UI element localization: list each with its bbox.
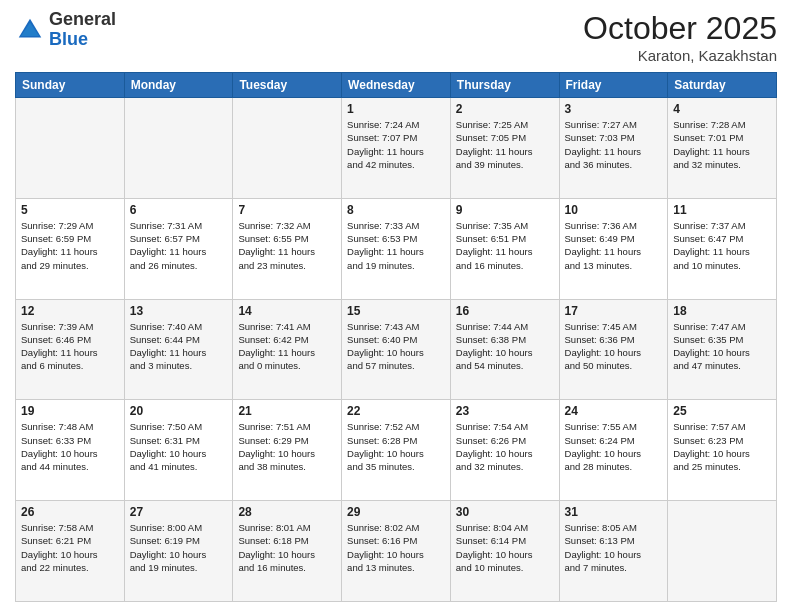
calendar-week-row: 19Sunrise: 7:48 AM Sunset: 6:33 PM Dayli… [16,400,777,501]
day-number: 19 [21,404,119,418]
calendar-week-row: 5Sunrise: 7:29 AM Sunset: 6:59 PM Daylig… [16,198,777,299]
calendar-cell: 25Sunrise: 7:57 AM Sunset: 6:23 PM Dayli… [668,400,777,501]
calendar-week-row: 26Sunrise: 7:58 AM Sunset: 6:21 PM Dayli… [16,501,777,602]
day-info: Sunrise: 7:32 AM Sunset: 6:55 PM Dayligh… [238,219,336,272]
day-info: Sunrise: 7:37 AM Sunset: 6:47 PM Dayligh… [673,219,771,272]
calendar-cell: 29Sunrise: 8:02 AM Sunset: 6:16 PM Dayli… [342,501,451,602]
logo-text: General Blue [49,10,116,50]
day-number: 25 [673,404,771,418]
calendar-week-row: 12Sunrise: 7:39 AM Sunset: 6:46 PM Dayli… [16,299,777,400]
day-number: 1 [347,102,445,116]
calendar-cell: 30Sunrise: 8:04 AM Sunset: 6:14 PM Dayli… [450,501,559,602]
day-info: Sunrise: 7:31 AM Sunset: 6:57 PM Dayligh… [130,219,228,272]
calendar-cell: 15Sunrise: 7:43 AM Sunset: 6:40 PM Dayli… [342,299,451,400]
calendar-cell: 8Sunrise: 7:33 AM Sunset: 6:53 PM Daylig… [342,198,451,299]
weekday-header-sunday: Sunday [16,73,125,98]
day-number: 10 [565,203,663,217]
day-info: Sunrise: 7:58 AM Sunset: 6:21 PM Dayligh… [21,521,119,574]
calendar-table: SundayMondayTuesdayWednesdayThursdayFrid… [15,72,777,602]
day-number: 3 [565,102,663,116]
day-info: Sunrise: 7:27 AM Sunset: 7:03 PM Dayligh… [565,118,663,171]
calendar-cell: 13Sunrise: 7:40 AM Sunset: 6:44 PM Dayli… [124,299,233,400]
calendar-cell: 5Sunrise: 7:29 AM Sunset: 6:59 PM Daylig… [16,198,125,299]
calendar-cell: 10Sunrise: 7:36 AM Sunset: 6:49 PM Dayli… [559,198,668,299]
day-number: 8 [347,203,445,217]
logo-blue: Blue [49,29,88,49]
calendar-cell: 23Sunrise: 7:54 AM Sunset: 6:26 PM Dayli… [450,400,559,501]
day-info: Sunrise: 7:29 AM Sunset: 6:59 PM Dayligh… [21,219,119,272]
day-info: Sunrise: 7:35 AM Sunset: 6:51 PM Dayligh… [456,219,554,272]
day-info: Sunrise: 7:40 AM Sunset: 6:44 PM Dayligh… [130,320,228,373]
calendar-cell: 21Sunrise: 7:51 AM Sunset: 6:29 PM Dayli… [233,400,342,501]
day-number: 31 [565,505,663,519]
calendar-cell [233,98,342,199]
calendar-cell: 9Sunrise: 7:35 AM Sunset: 6:51 PM Daylig… [450,198,559,299]
day-info: Sunrise: 7:45 AM Sunset: 6:36 PM Dayligh… [565,320,663,373]
day-number: 29 [347,505,445,519]
calendar-cell: 27Sunrise: 8:00 AM Sunset: 6:19 PM Dayli… [124,501,233,602]
calendar-cell: 4Sunrise: 7:28 AM Sunset: 7:01 PM Daylig… [668,98,777,199]
day-number: 6 [130,203,228,217]
title-block: October 2025 Karaton, Kazakhstan [583,10,777,64]
day-info: Sunrise: 7:41 AM Sunset: 6:42 PM Dayligh… [238,320,336,373]
day-number: 9 [456,203,554,217]
calendar-cell: 17Sunrise: 7:45 AM Sunset: 6:36 PM Dayli… [559,299,668,400]
weekday-header-wednesday: Wednesday [342,73,451,98]
weekday-header-monday: Monday [124,73,233,98]
location-subtitle: Karaton, Kazakhstan [583,47,777,64]
calendar-cell: 2Sunrise: 7:25 AM Sunset: 7:05 PM Daylig… [450,98,559,199]
day-info: Sunrise: 8:00 AM Sunset: 6:19 PM Dayligh… [130,521,228,574]
day-info: Sunrise: 7:44 AM Sunset: 6:38 PM Dayligh… [456,320,554,373]
calendar-cell [124,98,233,199]
calendar-cell: 20Sunrise: 7:50 AM Sunset: 6:31 PM Dayli… [124,400,233,501]
calendar-cell: 16Sunrise: 7:44 AM Sunset: 6:38 PM Dayli… [450,299,559,400]
day-number: 12 [21,304,119,318]
day-number: 14 [238,304,336,318]
day-number: 24 [565,404,663,418]
day-info: Sunrise: 7:28 AM Sunset: 7:01 PM Dayligh… [673,118,771,171]
day-number: 23 [456,404,554,418]
day-info: Sunrise: 7:48 AM Sunset: 6:33 PM Dayligh… [21,420,119,473]
calendar-cell: 14Sunrise: 7:41 AM Sunset: 6:42 PM Dayli… [233,299,342,400]
calendar-cell: 24Sunrise: 7:55 AM Sunset: 6:24 PM Dayli… [559,400,668,501]
day-number: 13 [130,304,228,318]
calendar-cell: 11Sunrise: 7:37 AM Sunset: 6:47 PM Dayli… [668,198,777,299]
day-info: Sunrise: 7:51 AM Sunset: 6:29 PM Dayligh… [238,420,336,473]
day-number: 17 [565,304,663,318]
calendar-cell: 1Sunrise: 7:24 AM Sunset: 7:07 PM Daylig… [342,98,451,199]
day-info: Sunrise: 7:50 AM Sunset: 6:31 PM Dayligh… [130,420,228,473]
weekday-header-saturday: Saturday [668,73,777,98]
calendar-cell: 28Sunrise: 8:01 AM Sunset: 6:18 PM Dayli… [233,501,342,602]
header: General Blue October 2025 Karaton, Kazak… [15,10,777,64]
day-number: 18 [673,304,771,318]
day-number: 27 [130,505,228,519]
day-info: Sunrise: 7:24 AM Sunset: 7:07 PM Dayligh… [347,118,445,171]
day-number: 30 [456,505,554,519]
day-number: 2 [456,102,554,116]
day-info: Sunrise: 7:57 AM Sunset: 6:23 PM Dayligh… [673,420,771,473]
weekday-header-tuesday: Tuesday [233,73,342,98]
day-number: 7 [238,203,336,217]
day-number: 28 [238,505,336,519]
day-info: Sunrise: 7:25 AM Sunset: 7:05 PM Dayligh… [456,118,554,171]
weekday-header-row: SundayMondayTuesdayWednesdayThursdayFrid… [16,73,777,98]
day-number: 16 [456,304,554,318]
day-number: 5 [21,203,119,217]
calendar-cell: 22Sunrise: 7:52 AM Sunset: 6:28 PM Dayli… [342,400,451,501]
logo-icon [15,15,45,45]
day-number: 26 [21,505,119,519]
weekday-header-friday: Friday [559,73,668,98]
day-info: Sunrise: 7:36 AM Sunset: 6:49 PM Dayligh… [565,219,663,272]
logo: General Blue [15,10,116,50]
day-number: 20 [130,404,228,418]
calendar-cell: 12Sunrise: 7:39 AM Sunset: 6:46 PM Dayli… [16,299,125,400]
day-number: 15 [347,304,445,318]
day-number: 11 [673,203,771,217]
day-info: Sunrise: 8:02 AM Sunset: 6:16 PM Dayligh… [347,521,445,574]
day-number: 22 [347,404,445,418]
day-info: Sunrise: 7:33 AM Sunset: 6:53 PM Dayligh… [347,219,445,272]
calendar-cell: 7Sunrise: 7:32 AM Sunset: 6:55 PM Daylig… [233,198,342,299]
calendar-cell: 19Sunrise: 7:48 AM Sunset: 6:33 PM Dayli… [16,400,125,501]
day-info: Sunrise: 7:54 AM Sunset: 6:26 PM Dayligh… [456,420,554,473]
day-info: Sunrise: 8:01 AM Sunset: 6:18 PM Dayligh… [238,521,336,574]
